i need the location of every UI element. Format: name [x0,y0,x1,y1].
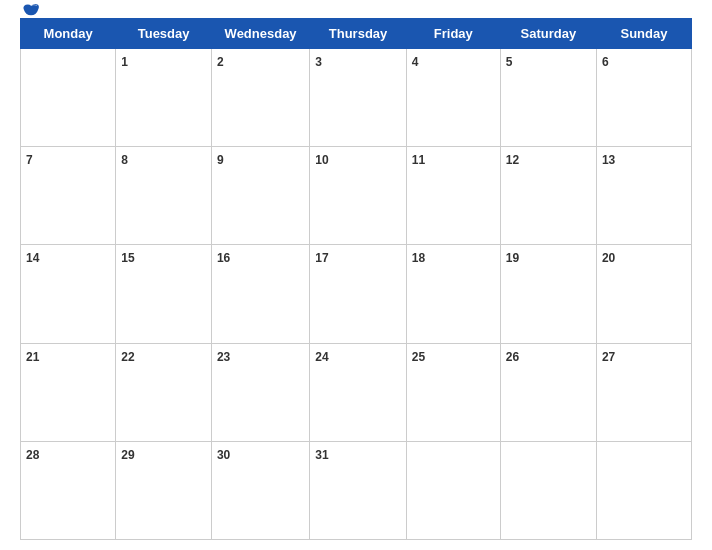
day-number: 11 [412,153,425,167]
day-number: 7 [26,153,33,167]
weekday-wednesday: Wednesday [211,19,309,49]
day-number: 29 [121,448,134,462]
day-number: 4 [412,55,419,69]
calendar-day [21,49,116,147]
calendar-week-5: 28293031 [21,441,692,539]
calendar-day: 8 [116,147,212,245]
calendar-week-1: 123456 [21,49,692,147]
calendar-day: 1 [116,49,212,147]
day-number: 20 [602,251,615,265]
weekday-header-row: MondayTuesdayWednesdayThursdayFridaySatu… [21,19,692,49]
calendar-day [596,441,691,539]
logo-blue [20,3,40,17]
calendar-day: 19 [500,245,596,343]
day-number: 9 [217,153,224,167]
day-number: 13 [602,153,615,167]
calendar-day: 21 [21,343,116,441]
calendar-day: 29 [116,441,212,539]
day-number: 26 [506,350,519,364]
calendar-day: 31 [310,441,407,539]
day-number: 18 [412,251,425,265]
calendar-body: 1234567891011121314151617181920212223242… [21,49,692,540]
calendar-day: 15 [116,245,212,343]
day-number: 10 [315,153,328,167]
calendar-day: 2 [211,49,309,147]
calendar-day: 30 [211,441,309,539]
day-number: 27 [602,350,615,364]
day-number: 23 [217,350,230,364]
calendar-header-row: MondayTuesdayWednesdayThursdayFridaySatu… [21,19,692,49]
calendar-day: 9 [211,147,309,245]
calendar-day: 5 [500,49,596,147]
calendar-day [406,441,500,539]
day-number: 21 [26,350,39,364]
day-number: 24 [315,350,328,364]
day-number: 1 [121,55,128,69]
calendar-day: 3 [310,49,407,147]
calendar-day: 7 [21,147,116,245]
calendar-day: 22 [116,343,212,441]
calendar-day: 18 [406,245,500,343]
day-number: 19 [506,251,519,265]
calendar-day: 28 [21,441,116,539]
calendar-table: MondayTuesdayWednesdayThursdayFridaySatu… [20,18,692,540]
calendar-day: 24 [310,343,407,441]
weekday-thursday: Thursday [310,19,407,49]
logo [20,3,40,17]
calendar-week-2: 78910111213 [21,147,692,245]
day-number: 28 [26,448,39,462]
calendar-day: 6 [596,49,691,147]
day-number: 14 [26,251,39,265]
calendar-day: 11 [406,147,500,245]
day-number: 3 [315,55,322,69]
calendar-day: 17 [310,245,407,343]
day-number: 12 [506,153,519,167]
weekday-monday: Monday [21,19,116,49]
weekday-tuesday: Tuesday [116,19,212,49]
day-number: 16 [217,251,230,265]
day-number: 2 [217,55,224,69]
calendar-day: 20 [596,245,691,343]
calendar-day: 25 [406,343,500,441]
calendar-day: 10 [310,147,407,245]
day-number: 15 [121,251,134,265]
calendar-day: 14 [21,245,116,343]
day-number: 25 [412,350,425,364]
day-number: 17 [315,251,328,265]
calendar-day: 4 [406,49,500,147]
day-number: 5 [506,55,513,69]
day-number: 6 [602,55,609,69]
weekday-sunday: Sunday [596,19,691,49]
day-number: 8 [121,153,128,167]
calendar-day: 13 [596,147,691,245]
calendar-week-3: 14151617181920 [21,245,692,343]
calendar-day: 27 [596,343,691,441]
day-number: 30 [217,448,230,462]
day-number: 22 [121,350,134,364]
calendar-day: 26 [500,343,596,441]
day-number: 31 [315,448,328,462]
calendar-day: 23 [211,343,309,441]
calendar-day [500,441,596,539]
weekday-saturday: Saturday [500,19,596,49]
calendar-day: 12 [500,147,596,245]
calendar-day: 16 [211,245,309,343]
calendar-week-4: 21222324252627 [21,343,692,441]
weekday-friday: Friday [406,19,500,49]
